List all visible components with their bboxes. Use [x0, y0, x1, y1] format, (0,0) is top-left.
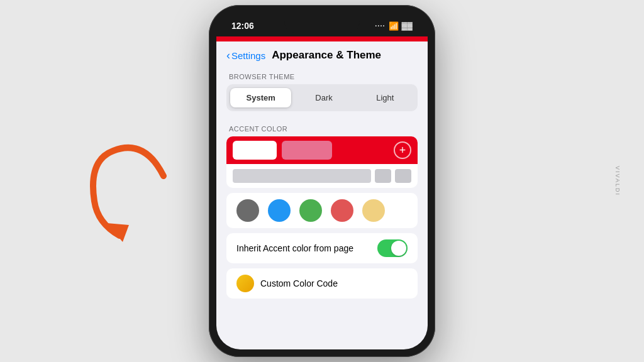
battery-icon: ▓▓ — [402, 21, 413, 30]
wifi-icon: 📶 — [389, 21, 399, 31]
toggle-knob — [391, 241, 406, 256]
custom-color-row[interactable]: Custom Color Code — [226, 268, 418, 299]
red-accent-bar — [216, 36, 428, 41]
custom-color-circle — [236, 275, 254, 292]
color-chip-pink[interactable] — [282, 141, 332, 160]
signal-dots-icon: ···· — [375, 22, 385, 30]
recent-colors-row — [226, 164, 418, 188]
color-circle-red[interactable] — [331, 199, 353, 222]
recent-color-sq1 — [375, 169, 391, 183]
settings-scroll: BROWSER THEME System Dark Light ACCENT C… — [216, 67, 428, 349]
color-chip-white[interactable] — [233, 141, 277, 160]
theme-dark-button[interactable]: Dark — [293, 86, 354, 109]
notch — [284, 13, 360, 33]
page-title: Appearance & Theme — [272, 49, 381, 62]
theme-selector: System Dark Light — [226, 84, 418, 111]
back-label: Settings — [231, 50, 265, 61]
recent-color-bar — [233, 169, 371, 183]
color-strip: + — [226, 136, 418, 164]
recent-color-sq2 — [395, 169, 411, 183]
color-circle-green[interactable] — [299, 199, 322, 222]
decorative-arrow — [63, 126, 189, 251]
back-button[interactable]: ‹ Settings — [226, 50, 265, 61]
accent-color-label: ACCENT COLOR — [226, 119, 418, 136]
phone-frame: 12:06 ···· 📶 ▓▓ ‹ Settings Appearance & … — [209, 5, 435, 357]
color-circle-gray[interactable] — [236, 199, 259, 222]
screen-content: ‹ Settings Appearance & Theme BROWSER TH… — [216, 41, 428, 349]
chevron-left-icon: ‹ — [226, 50, 230, 61]
add-color-button[interactable]: + — [394, 141, 411, 159]
status-icons: ···· 📶 ▓▓ — [375, 21, 413, 31]
inherit-accent-toggle[interactable] — [377, 239, 408, 257]
status-time: 12:06 — [231, 21, 254, 31]
accent-color-row: + — [226, 136, 418, 188]
color-circle-yellow[interactable] — [362, 199, 385, 222]
vivaldi-watermark: VIVALDI — [614, 166, 621, 196]
inherit-accent-label: Inherit Accent color from page — [236, 243, 353, 253]
inherit-accent-row: Inherit Accent color from page — [226, 233, 418, 263]
theme-system-button[interactable]: System — [230, 88, 291, 107]
navigation-bar: ‹ Settings Appearance & Theme — [216, 41, 428, 67]
browser-theme-label: BROWSER THEME — [226, 67, 418, 84]
theme-light-button[interactable]: Light — [355, 86, 416, 109]
color-circle-blue[interactable] — [268, 199, 291, 222]
custom-color-label: Custom Color Code — [260, 278, 338, 288]
color-circles-row — [226, 193, 418, 228]
